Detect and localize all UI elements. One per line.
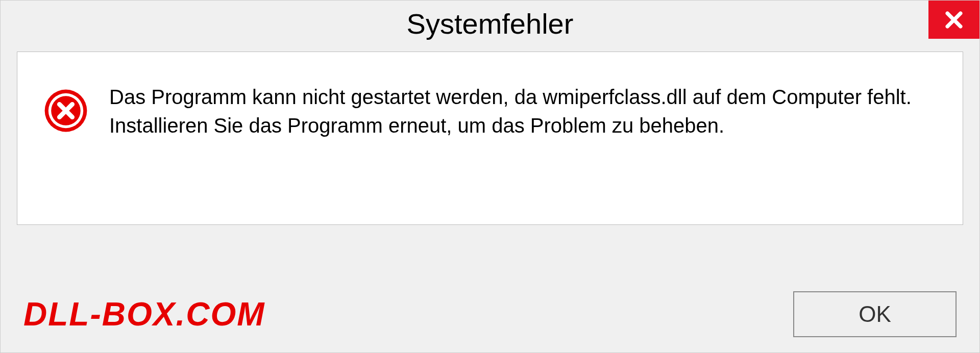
dialog-title: Systemfehler [407, 7, 574, 40]
watermark-text: DLL-BOX.COM [23, 295, 265, 333]
close-button[interactable] [928, 1, 979, 39]
close-icon [943, 9, 965, 31]
ok-button-label: OK [859, 301, 891, 327]
error-icon [43, 88, 89, 134]
footer: DLL-BOX.COM OK [1, 291, 979, 337]
ok-button[interactable]: OK [793, 291, 957, 337]
error-message: Das Programm kann nicht gestartet werden… [109, 83, 937, 140]
titlebar: Systemfehler [1, 1, 979, 46]
error-dialog: Systemfehler Das Programm kann nicht ges… [0, 0, 980, 353]
content-box: Das Programm kann nicht gestartet werden… [17, 52, 963, 225]
